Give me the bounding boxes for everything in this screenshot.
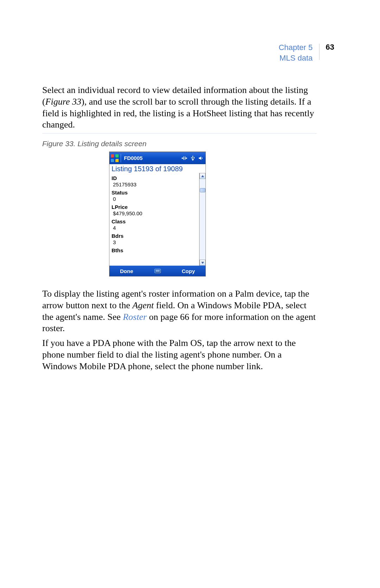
agent-emphasis: Agent <box>132 300 154 310</box>
scroll-thumb[interactable] <box>200 188 205 192</box>
scroll-track[interactable] <box>200 179 205 260</box>
scroll-up-button[interactable] <box>200 173 205 179</box>
section-label: MLS data <box>279 53 313 63</box>
windows-logo-icon <box>111 154 119 162</box>
paragraph-1: Select an individual record to view deta… <box>42 85 317 131</box>
done-button[interactable]: Done <box>120 268 133 274</box>
paragraph-2: To display the listing agent's roster in… <box>42 288 317 334</box>
field-label-class: Class <box>112 218 197 224</box>
field-value-status: 0 <box>112 196 197 202</box>
pda-bottombar: Done Copy <box>109 266 205 276</box>
field-value-id: 25175933 <box>112 181 197 187</box>
pda-titlebar: FD0005 <box>109 152 205 164</box>
field-label-lprice: LPrice <box>112 204 197 210</box>
field-label-status: Status <box>112 190 197 196</box>
figure-caption: Figure 33. Listing details screen <box>42 140 147 148</box>
field-label-bths: Bths <box>112 247 197 253</box>
arrow-down-icon <box>201 262 204 264</box>
keyboard-icon[interactable] <box>154 269 161 273</box>
signal-icon <box>191 156 195 161</box>
chapter-label: Chapter 5 <box>279 42 313 53</box>
field-value-bdrs: 3 <box>112 239 197 245</box>
listing-counter: Listing 15193 of 19089 <box>109 164 205 173</box>
connectivity-icon <box>182 156 187 161</box>
speaker-icon <box>198 156 203 160</box>
scroll-down-button[interactable] <box>200 260 205 266</box>
title-separator <box>121 154 121 162</box>
arrow-up-icon <box>201 175 204 177</box>
field-value-lprice: $479,950.00 <box>112 210 197 216</box>
pda-screenshot: FD0005 Listing 15193 of 19089 ID 2517593… <box>109 151 206 277</box>
field-label-bdrs: Bdrs <box>112 233 197 239</box>
roster-link[interactable]: Roster <box>123 312 147 322</box>
scrollbar[interactable] <box>199 173 205 266</box>
page-number: 63 <box>319 43 334 52</box>
pda-title: FD0005 <box>124 155 182 161</box>
figure-rule <box>42 133 317 134</box>
field-value-class: 4 <box>112 225 197 231</box>
copy-button[interactable]: Copy <box>182 268 195 274</box>
paragraph-3: If you have a PDA phone with the Palm OS… <box>42 338 317 372</box>
listing-fields: ID 25175933 Status 0 LPrice $479,950.00 … <box>109 173 199 266</box>
figure-ref: Figure 33 <box>45 97 81 107</box>
page-header: Chapter 5 MLS data 63 <box>279 42 334 63</box>
field-label-id: ID <box>112 175 197 181</box>
